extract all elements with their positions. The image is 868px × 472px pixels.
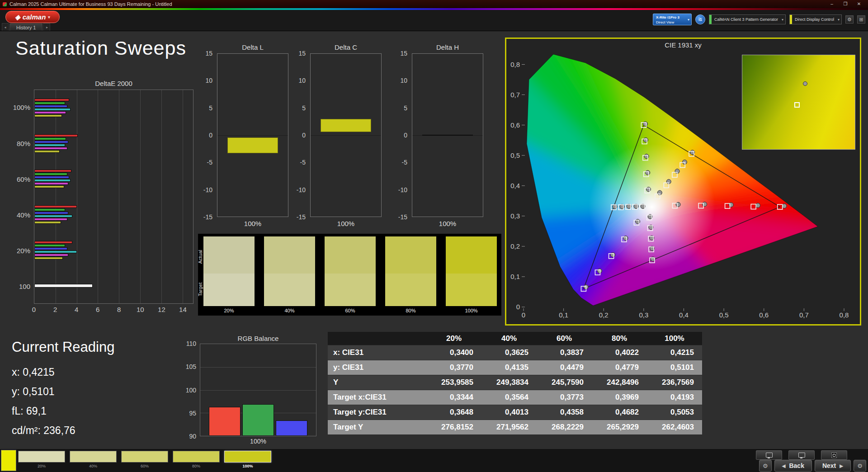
y-tick-label: 110 — [186, 340, 196, 347]
actual-swatch — [264, 236, 315, 274]
external-display-button[interactable] — [756, 450, 782, 460]
x-axis-label: 100% — [200, 438, 316, 445]
pattern-swatch-button[interactable]: 40% — [70, 451, 117, 468]
y-tick-label: 0 — [404, 132, 407, 139]
bar — [34, 208, 65, 211]
delta-bar — [321, 119, 371, 132]
back-label: Back — [789, 462, 804, 469]
swatch-color — [18, 451, 65, 463]
chart-title: Delta H — [412, 43, 483, 52]
back-options-button[interactable]: ⚙ — [759, 460, 772, 472]
pattern-generator-dropdown[interactable]: CalMAN Client 3 Pattern Generator ▾ — [709, 14, 786, 24]
meter-name: X-Rite i1Pro 3 — [656, 15, 685, 20]
y-tick-label: 0,1 — [510, 273, 520, 280]
column-header: 80% — [592, 334, 647, 343]
table-cell: 0,3625 — [481, 348, 537, 357]
window-display-button[interactable] — [788, 450, 815, 460]
meter-dropdown[interactable]: X-Rite i1Pro 3 Direct View ▾ — [653, 14, 692, 25]
pattern-window-button[interactable] — [821, 450, 847, 460]
tab-scroll-left-button[interactable]: ◂ — [2, 23, 9, 31]
pattern-swatch-button[interactable]: 20% — [18, 451, 65, 468]
y-tick-label: 0 — [302, 132, 306, 139]
table-cell: 262,4603 — [647, 423, 702, 432]
pattern-swatch-button[interactable]: 80% — [173, 451, 220, 468]
swatch-color — [70, 451, 117, 463]
table-cell: 0,4215 — [647, 348, 702, 357]
monitor-icon — [798, 453, 805, 458]
maximize-button[interactable]: ❐ — [839, 0, 852, 8]
pattern-swatch-button[interactable]: 60% — [121, 451, 168, 468]
zero-gridline — [311, 135, 381, 136]
row-label: y: CIE31 — [328, 363, 426, 372]
target-swatch — [385, 274, 436, 306]
pattern-swatch-button[interactable]: 100% — [224, 451, 271, 468]
table-cell: 0,3773 — [537, 393, 592, 402]
tab-scroll-right-button[interactable]: ▸ — [43, 23, 50, 31]
next-options-button[interactable]: ⚙ — [854, 460, 866, 472]
display-control-dropdown[interactable]: Direct Display Control ▾ — [789, 14, 842, 24]
table-cell: 253,9585 — [426, 378, 481, 387]
monitor-icon — [766, 453, 773, 458]
bar-group — [34, 90, 193, 126]
y-tick-label: -15 — [398, 213, 407, 221]
cie-zoom-inset — [742, 55, 855, 150]
bar — [34, 254, 68, 256]
table-cell: 245,7590 — [537, 378, 592, 387]
chart-title: RGB Balance — [200, 335, 316, 343]
y-axis-labels: 151050-5-10-15 — [288, 53, 310, 217]
window-controls: – ❐ ✕ — [826, 0, 865, 8]
next-button[interactable]: Next ▶ — [815, 460, 851, 472]
current-reading-title: Current Reading — [12, 339, 161, 355]
target-swatch — [203, 274, 255, 306]
plot-area — [412, 53, 483, 217]
y-tick-label: -5 — [300, 159, 306, 166]
y-tick-label: -15 — [297, 213, 306, 221]
calman-logo-button[interactable]: ◈ calman ▾ — [5, 11, 60, 23]
back-button[interactable]: ◀ Back — [774, 460, 812, 472]
y-tick-label: 80% — [17, 139, 30, 147]
swatch-label: 60% — [325, 306, 376, 316]
row-label: x: CIE31 — [328, 348, 426, 357]
y-tick-label: 0 — [209, 132, 212, 139]
chart-title: DeltaE 2000 — [34, 80, 193, 89]
row-label: Target y:CIE31 — [328, 408, 426, 417]
layout-button[interactable]: ⊞ — [857, 15, 865, 24]
bar — [34, 99, 69, 101]
settings-gear-button[interactable]: ⚙ — [845, 15, 854, 24]
x-tick-label: 8 — [117, 306, 121, 313]
x-tick-label: 0,2 — [599, 311, 609, 319]
bar — [34, 144, 65, 146]
table-cell: 242,8496 — [592, 378, 647, 387]
x-tick-label: 0 — [32, 306, 36, 313]
actual-swatch — [385, 236, 436, 274]
cie-1931-chart: CIE 1931 xy — [505, 38, 861, 326]
y-tick-label: 0,5 — [510, 151, 520, 159]
minimize-button[interactable]: – — [826, 0, 838, 8]
bar — [34, 137, 66, 140]
bar — [34, 111, 66, 114]
tab-history-1[interactable]: History 1 — [9, 24, 42, 31]
measured-marker — [597, 269, 602, 273]
bar — [34, 284, 93, 288]
swatch-column: 20% — [203, 236, 255, 316]
bar — [34, 212, 68, 214]
x-tick-label: 12 — [158, 306, 165, 313]
swatch-color — [173, 451, 220, 463]
y-tick-label: 10 — [298, 77, 306, 84]
bar — [34, 173, 67, 175]
table-cell: 268,2229 — [537, 423, 592, 432]
bar-group — [34, 197, 193, 232]
meter-status-badge[interactable]: i1 — [695, 14, 705, 24]
actual-swatch — [203, 236, 255, 274]
actual-target-swatch-panel: Actual Target 20%40%60%80%100% — [198, 234, 501, 316]
y-tick-label: 0,3 — [510, 212, 520, 220]
x-tick-label: 0,1 — [559, 311, 568, 319]
table-cell: 276,8152 — [426, 423, 481, 432]
actual-swatch — [446, 236, 497, 274]
measured-marker — [682, 160, 687, 165]
swatch-label: 20% — [203, 306, 255, 316]
y-tick-label: 0,4 — [510, 182, 520, 189]
close-button[interactable]: ✕ — [853, 0, 865, 8]
rgb-balance-chart: RGB Balance 1101051009590 100% — [181, 335, 316, 445]
y-tick-label: 100% — [13, 104, 30, 111]
